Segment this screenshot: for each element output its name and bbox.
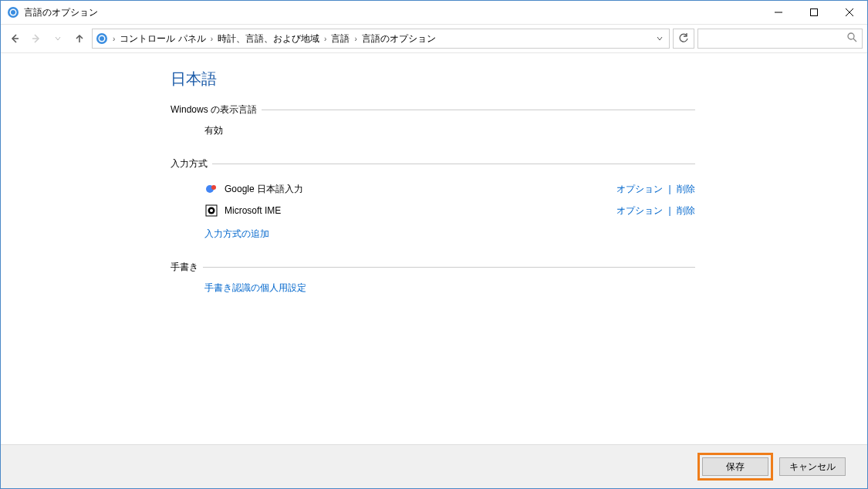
add-input-method-link[interactable]: 入力方式の追加: [204, 228, 269, 239]
group-label: 手書き: [171, 261, 203, 274]
separator: |: [669, 184, 671, 194]
group-divider: [212, 164, 695, 164]
svg-line-5: [846, 8, 853, 16]
search-icon: [847, 32, 857, 45]
group-label: 入力方式: [171, 157, 212, 170]
ime-name: Microsoft IME: [225, 205, 616, 216]
control-panel-icon: [96, 32, 108, 45]
ime-options-link[interactable]: オプション: [616, 205, 663, 216]
search-box[interactable]: [697, 29, 863, 49]
ime-row: Microsoft IME オプション | 削除: [204, 200, 695, 221]
breadcrumb-item[interactable]: 時計、言語、および地域: [218, 32, 319, 46]
app-icon: [7, 6, 19, 19]
google-ime-icon: [204, 182, 218, 196]
microsoft-ime-icon: [204, 204, 218, 218]
recent-dropdown[interactable]: [49, 29, 67, 48]
back-button[interactable]: [5, 29, 24, 48]
maximize-button[interactable]: [796, 1, 832, 24]
footer: 保存 キャンセル: [1, 444, 867, 488]
address-bar[interactable]: › コントロール パネル › 時計、言語、および地域 › 言語 › 言語のオプシ…: [92, 29, 670, 49]
svg-point-2: [11, 10, 15, 15]
refresh-button[interactable]: [673, 29, 694, 49]
content-area: 日本語 Windows の表示言語 有効 入力方式: [1, 53, 867, 444]
breadcrumb-item[interactable]: 言語: [331, 32, 350, 46]
group-divider: [262, 110, 695, 110]
group-input-method: 入力方式 Google 日本語入力 オプション: [171, 157, 695, 241]
forward-button[interactable]: [27, 29, 46, 48]
svg-point-19: [210, 209, 213, 212]
save-button[interactable]: 保存: [702, 457, 768, 476]
titlebar: 言語のオプション: [1, 1, 867, 25]
ime-row: Google 日本語入力 オプション | 削除: [204, 178, 695, 200]
separator: |: [669, 205, 671, 216]
ime-name: Google 日本語入力: [225, 183, 616, 196]
ime-remove-link[interactable]: 削除: [677, 205, 695, 216]
minimize-button[interactable]: [761, 1, 796, 24]
window-title: 言語のオプション: [24, 6, 98, 19]
breadcrumb-item[interactable]: コントロール パネル: [120, 32, 205, 46]
breadcrumb-separator: ›: [354, 35, 356, 43]
navbar: › コントロール パネル › 時計、言語、および地域 › 言語 › 言語のオプシ…: [1, 25, 867, 53]
group-label: Windows の表示言語: [171, 103, 262, 116]
group-display-language: Windows の表示言語 有効: [171, 103, 695, 137]
window-controls: [761, 1, 867, 24]
display-language-status: 有効: [204, 124, 695, 137]
svg-point-13: [848, 33, 854, 39]
group-handwriting: 手書き 手書き認識の個人用設定: [171, 261, 695, 295]
up-button[interactable]: [70, 29, 89, 48]
ime-remove-link[interactable]: 削除: [677, 184, 695, 194]
page-title: 日本語: [171, 69, 695, 89]
breadcrumb-separator: ›: [211, 35, 213, 43]
cancel-button[interactable]: キャンセル: [779, 457, 846, 476]
svg-line-6: [846, 8, 853, 16]
window: 言語のオプション: [0, 0, 868, 489]
breadcrumb-item[interactable]: 言語のオプション: [362, 32, 436, 46]
svg-line-14: [853, 39, 856, 42]
search-input[interactable]: [703, 32, 850, 45]
group-divider: [203, 267, 695, 268]
close-button[interactable]: [832, 1, 867, 24]
highlight-frame: 保存: [697, 453, 773, 481]
breadcrumb-separator: ›: [324, 35, 326, 43]
breadcrumb-separator: ›: [113, 35, 115, 43]
svg-rect-4: [811, 9, 818, 16]
address-dropdown-icon[interactable]: [654, 33, 666, 44]
svg-point-12: [100, 36, 104, 41]
svg-point-16: [211, 185, 216, 190]
ime-options-link[interactable]: オプション: [616, 184, 663, 194]
handwriting-personalize-link[interactable]: 手書き認識の個人用設定: [204, 282, 306, 293]
